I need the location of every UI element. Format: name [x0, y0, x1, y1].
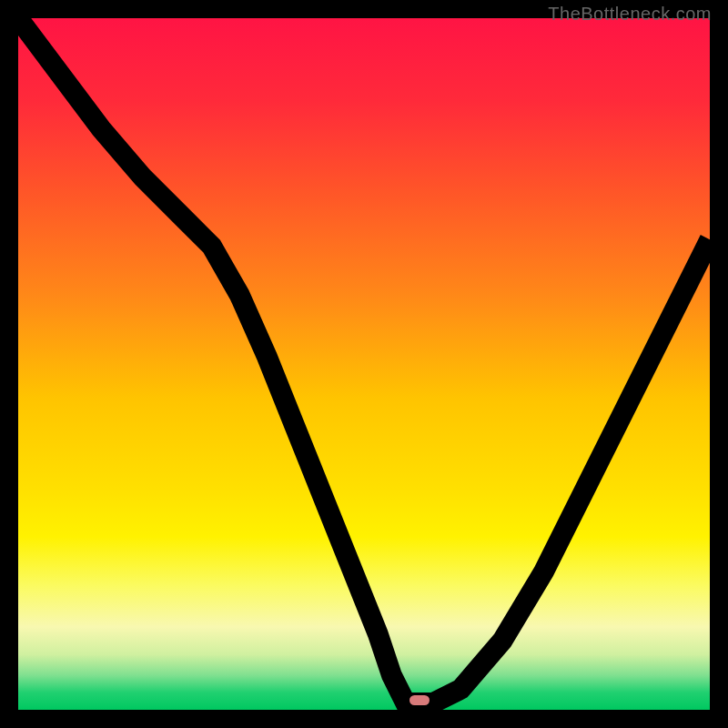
curve-path	[18, 18, 710, 703]
bottleneck-chart	[18, 18, 710, 710]
bottleneck-curve	[18, 18, 710, 710]
optimal-marker	[410, 695, 430, 705]
watermark-text: TheBottleneck.com	[548, 4, 712, 25]
